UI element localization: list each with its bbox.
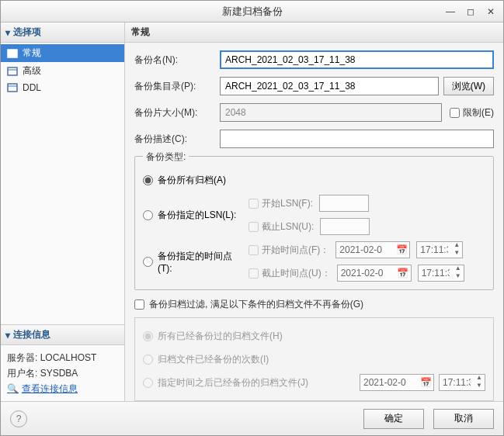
tree-item-label: 常规 xyxy=(23,47,41,60)
svg-rect-0 xyxy=(8,50,17,57)
time-start-checkbox xyxy=(249,245,259,255)
help-button[interactable]: ? xyxy=(10,410,27,427)
type-all-radio[interactable] xyxy=(143,175,153,185)
browse-button[interactable]: 浏览(W) xyxy=(443,77,494,95)
filter-date: 📅 xyxy=(360,374,434,391)
minimize-icon[interactable]: — xyxy=(443,5,458,19)
lsn-end-input xyxy=(320,218,370,235)
filter-opt1-wrap: 所有已经备份过的归档文件(H) xyxy=(143,330,283,343)
filter-opt1-row: 所有已经备份过的归档文件(H) xyxy=(143,324,485,348)
time-end-checkbox xyxy=(249,268,259,279)
body: ▾ 选择项 常规 高级 DDL ▾ xyxy=(1,22,503,401)
spin-down-icon: ▼ xyxy=(453,273,464,281)
options-tree: 常规 高级 DDL xyxy=(1,43,124,97)
piece-size-label: 备份片大小(M): xyxy=(134,106,220,119)
lsn-start-label: 开始LSN(F): xyxy=(262,197,313,210)
dialog: 新建归档备份 — ◻ ✕ ▾ 选择项 常规 高级 xyxy=(0,0,504,436)
type-time-row: 备份指定的时间点(T): 开始时间点(F)： xyxy=(143,238,485,285)
desc-input[interactable] xyxy=(220,130,494,148)
filter-time: ▲▼ xyxy=(439,374,485,391)
type-lsn-radio[interactable] xyxy=(143,210,153,220)
connection-panel: ▾ 连接信息 服务器: LOCALHOST 用户名: SYSDBA 🔍 查看连接… xyxy=(1,324,124,401)
backup-dir-input[interactable] xyxy=(220,77,439,95)
time-start-label: 开始时间点(F)： xyxy=(262,244,329,257)
type-all-label: 备份所有归档(A) xyxy=(158,174,226,187)
desc-row: 备份描述(C): xyxy=(134,130,494,148)
cancel-button[interactable]: 取消 xyxy=(433,409,494,429)
backup-name-row: 备份名(N): xyxy=(134,50,494,69)
footer: ? 确定 取消 xyxy=(1,401,503,435)
filter-opt2-wrap: 归档文件已经备份的次数(I) xyxy=(143,353,269,366)
backup-dir-label: 备份集目录(P): xyxy=(134,80,220,93)
lsn-end-label: 截止LSN(U): xyxy=(262,220,314,234)
svg-rect-2 xyxy=(8,67,17,75)
filter-opt3-radio xyxy=(143,378,153,388)
time-start-check-wrap: 开始时间点(F)： xyxy=(249,244,329,257)
filter-box: 所有已经备份过的归档文件(H) 归档文件已经备份的次数(I) 指定时间之后已经备… xyxy=(134,317,494,401)
maximize-icon[interactable]: ◻ xyxy=(463,5,478,19)
piece-size-row: 备份片大小(M): 限制(E) xyxy=(134,103,494,122)
type-lsn-row: 备份指定的LSN(L): 开始LSN(F): xyxy=(143,192,485,238)
limit-checkbox[interactable] xyxy=(450,108,460,118)
close-icon[interactable]: ✕ xyxy=(483,5,499,19)
type-lsn-label: 备份指定的LSN(L): xyxy=(158,209,236,222)
time-end-label: 截止时间点(U)： xyxy=(262,267,331,280)
lsn-end-check-wrap: 截止LSN(U): xyxy=(249,220,314,234)
link-icon: 🔍 xyxy=(7,381,19,396)
options-header-label: 选择项 xyxy=(13,26,41,39)
filter-checkbox[interactable] xyxy=(134,299,144,310)
filter-opt3-row: 指定时间之后已经备份的归档文件(J) 📅 ▲▼ xyxy=(143,371,485,394)
type-time-radio[interactable] xyxy=(143,257,153,267)
tree-item-general[interactable]: 常规 xyxy=(1,44,124,62)
time-start-time: ▲▼ xyxy=(416,241,463,258)
node-icon xyxy=(7,67,18,76)
backup-name-input[interactable] xyxy=(220,50,494,69)
time-end-check-wrap: 截止时间点(U)： xyxy=(249,267,331,280)
lsn-start-checkbox xyxy=(249,199,259,209)
tree-item-label: 高级 xyxy=(23,64,41,78)
user-value: SYSDBA xyxy=(40,368,78,379)
server-row: 服务器: LOCALHOST xyxy=(7,350,118,365)
server-label: 服务器: xyxy=(7,352,37,363)
user-row: 用户名: SYSDBA xyxy=(7,365,118,381)
filter-check-label: 备份归档过滤, 满足以下条件的归档文件不再备份(G) xyxy=(149,298,363,311)
time-end-time: ▲▼ xyxy=(418,265,464,282)
window-controls: — ◻ ✕ xyxy=(443,5,499,19)
view-connection-link[interactable]: 🔍 查看连接信息 xyxy=(7,381,118,396)
backup-type-fieldset: 备份类型: 备份所有归档(A) 备份指定的LSN(L): xyxy=(134,156,494,290)
calendar-icon: 📅 xyxy=(394,244,409,255)
filter-opt2-label: 归档文件已经备份的次数(I) xyxy=(158,353,269,366)
connection-body: 服务器: LOCALHOST 用户名: SYSDBA 🔍 查看连接信息 xyxy=(1,345,124,401)
ok-button[interactable]: 确定 xyxy=(363,409,424,429)
server-value: LOCALHOST xyxy=(40,352,97,363)
main: 常规 备份名(N): 备份集目录(P): 浏览(W) 备份片大小(M): xyxy=(125,22,503,401)
type-time-label: 备份指定的时间点(T): xyxy=(158,250,244,274)
tree-item-ddl[interactable]: DDL xyxy=(1,80,124,95)
main-header: 常规 xyxy=(125,22,503,43)
time-input xyxy=(419,265,453,281)
time-input xyxy=(417,242,451,258)
spin-down-icon: ▼ xyxy=(474,382,485,390)
date-input xyxy=(360,375,418,390)
calendar-icon: 📅 xyxy=(418,377,433,388)
limit-check-wrap: 限制(E) xyxy=(450,106,494,119)
filter-check-wrap[interactable]: 备份归档过滤, 满足以下条件的归档文件不再备份(G) xyxy=(134,298,494,311)
backup-type-legend: 备份类型: xyxy=(143,151,189,164)
desc-label: 备份描述(C): xyxy=(134,133,220,146)
tree-item-label: DDL xyxy=(23,82,41,93)
time-input xyxy=(440,375,474,390)
spin-down-icon: ▼ xyxy=(451,250,462,258)
time-start-date: 📅 xyxy=(335,241,410,258)
form: 备份名(N): 备份集目录(P): 浏览(W) 备份片大小(M): 限制(E) xyxy=(125,43,503,401)
filter-opt1-label: 所有已经备份过的归档文件(H) xyxy=(158,330,283,343)
backup-name-label: 备份名(N): xyxy=(134,54,220,67)
type-time-radio-wrap[interactable]: 备份指定的时间点(T): xyxy=(143,250,244,274)
user-label: 用户名: xyxy=(7,368,37,379)
time-end-date: 📅 xyxy=(337,265,412,282)
tree-item-advanced[interactable]: 高级 xyxy=(1,62,124,80)
lsn-start-check-wrap: 开始LSN(F): xyxy=(249,197,313,210)
type-all-radio-wrap[interactable]: 备份所有归档(A) xyxy=(143,174,244,187)
type-lsn-radio-wrap[interactable]: 备份指定的LSN(L): xyxy=(143,209,244,222)
caret-down-icon: ▾ xyxy=(5,27,10,38)
filter-opt1-radio xyxy=(143,331,153,341)
